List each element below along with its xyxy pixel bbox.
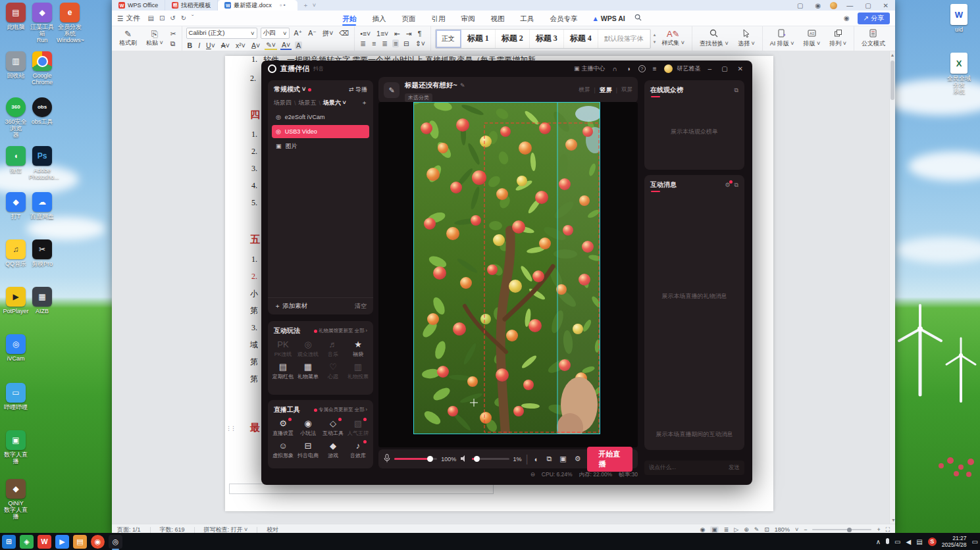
font-size-select[interactable]: 小四˅ xyxy=(261,28,290,39)
gallery-up-icon[interactable]: ▴ xyxy=(654,32,656,38)
underline-button[interactable]: U˅ xyxy=(205,41,217,49)
feature-item[interactable]: ♬音乐 xyxy=(321,339,346,358)
stream-minimize-button[interactable]: – xyxy=(706,65,715,72)
taskbar-blue-app[interactable]: ▶ xyxy=(55,535,69,549)
desktop-icon[interactable]: ◆江某工具箱 Run xyxy=(29,3,55,43)
ribbon-tab[interactable]: 引用 xyxy=(423,11,453,26)
taskbar-record-app[interactable]: ◉ xyxy=(91,535,105,549)
feature-item[interactable]: ♪音效库 xyxy=(346,441,371,459)
director-button[interactable]: ⇄ 导播 xyxy=(349,86,367,94)
add-scene-button[interactable]: ＋ xyxy=(361,99,367,107)
taskbar-folder-app[interactable]: ▤ xyxy=(73,535,87,549)
ribbon-tab[interactable]: 开始 xyxy=(334,11,364,26)
zoom-out-button[interactable]: − xyxy=(804,526,807,533)
save-icon[interactable]: ▤ xyxy=(145,14,156,22)
edit-mode-icon[interactable]: ✎ xyxy=(754,526,760,533)
decrease-font-button[interactable]: A⁻ xyxy=(307,29,318,37)
style-pill[interactable]: 正文 xyxy=(436,30,461,48)
section-notice[interactable]: 礼物展馆更新至全部 › xyxy=(314,328,367,334)
desktop-icon[interactable]: ✂剪映Pro xyxy=(29,239,55,267)
desktop-icon[interactable]: ▤此电脑 xyxy=(3,3,29,30)
popout-icon[interactable]: ⧉ xyxy=(735,87,738,94)
user-avatar[interactable] xyxy=(664,64,673,73)
feature-item[interactable]: ▥礼物投票 xyxy=(346,362,371,380)
page-view-icon[interactable]: ▣ xyxy=(710,526,719,533)
desktop-icon[interactable]: ☁百度网盘 xyxy=(29,192,55,220)
speaker-volume-slider[interactable] xyxy=(472,458,509,460)
style-pill[interactable]: 标题 1 xyxy=(461,30,496,48)
send-button[interactable]: 发送 xyxy=(729,464,740,472)
style-set-button[interactable]: A✎样式集 ˅ xyxy=(658,30,688,47)
taskbar-live-companion[interactable]: ◎ xyxy=(109,535,122,549)
feature-item[interactable]: ◇互动工具 xyxy=(321,418,346,437)
popout-icon[interactable]: ⧉ xyxy=(735,182,738,189)
anchor-center-button[interactable]: ▣主播中心 xyxy=(574,64,606,73)
zoom-level[interactable]: 180% xyxy=(775,526,790,533)
ribbon-tab[interactable]: 页面 xyxy=(394,11,423,26)
increase-indent-button[interactable]: ⇥ xyxy=(405,30,413,38)
copy-button[interactable]: ⧉ xyxy=(169,39,178,47)
desktop-icon[interactable]: e全员分发系统 Windows~ xyxy=(57,3,83,43)
cut-button[interactable]: ✂ xyxy=(169,30,178,38)
strikethrough-button[interactable]: A˅ xyxy=(220,41,231,49)
feature-item[interactable]: ◎观众连线 xyxy=(296,339,321,358)
stream-maximize-button[interactable]: ▢ xyxy=(719,65,730,72)
zoom-in-button[interactable]: + xyxy=(877,526,880,533)
clock[interactable]: 21:27 2025/4/28 xyxy=(942,535,967,548)
eye-icon[interactable]: ◉ xyxy=(841,14,852,22)
taskbar-green-app[interactable]: ◈ xyxy=(20,535,34,549)
scroll-down-icon[interactable]: ▼ xyxy=(891,518,895,522)
desktop-icon[interactable]: ◆QiNiY 数字人直播 xyxy=(3,479,29,520)
find-replace-button[interactable]: 查找替换 ˅ xyxy=(696,29,732,48)
align-right-button[interactable]: ≣ xyxy=(380,39,389,47)
menu-icon[interactable]: ≡ xyxy=(650,65,659,72)
tray-app-icon[interactable]: S xyxy=(928,538,937,546)
mic-icon[interactable] xyxy=(384,453,390,465)
arrange-button[interactable]: 排列 ˅ xyxy=(826,29,850,48)
desktop-icon[interactable]: ▭哔哩哔哩 xyxy=(3,383,29,411)
desktop-icon[interactable]: X全民全域分发 系统 xyxy=(946,53,972,95)
chat-input[interactable]: 说点什么... 发送 xyxy=(644,461,744,475)
vertical-scrollbar[interactable]: ▲▼ xyxy=(889,51,895,524)
desktop-icon[interactable]: ◎iVCam xyxy=(3,334,29,362)
source-item[interactable]: ▣图片 xyxy=(272,139,369,153)
decrease-indent-button[interactable]: ⇤ xyxy=(393,30,401,38)
minimize-button[interactable]: — xyxy=(844,2,856,9)
tray-ime-icon[interactable]: ▤ xyxy=(916,538,922,545)
fullscreen-icon[interactable]: ⛶ xyxy=(886,526,890,534)
wps-tab[interactable]: W最新搭建.docx▫ • xyxy=(218,0,297,11)
more-icon[interactable]: ˇ xyxy=(189,14,196,22)
paste-button[interactable]: ⎘粘贴 ˅ xyxy=(143,30,167,47)
align-left-button[interactable]: ≣ xyxy=(359,39,367,47)
ai-layout-button[interactable]: AI 排版 ˅ xyxy=(767,29,798,48)
desktop-icon[interactable]: ◖微信 xyxy=(3,146,29,174)
speaker-icon[interactable] xyxy=(460,453,468,465)
fit-page-icon[interactable]: ⊡ xyxy=(764,526,769,533)
style-pill[interactable]: 标题 4 xyxy=(564,30,598,48)
web-view-icon[interactable]: ⊕ xyxy=(744,526,749,533)
wps-tab[interactable]: 稻找稻壳模板 xyxy=(165,0,218,11)
wps-tab[interactable]: WWPS Office xyxy=(112,0,165,11)
tray-caret-icon[interactable]: ∧ xyxy=(876,538,881,545)
feature-item[interactable]: ⚙直播设置 xyxy=(271,418,296,437)
desktop-icon[interactable]: ▣数字人直播 xyxy=(3,430,29,464)
zoom-dropdown-icon[interactable]: ˅ xyxy=(795,526,798,533)
avatar[interactable] xyxy=(830,2,837,9)
beauty-icon[interactable]: ◐ xyxy=(532,455,541,463)
desktop-icon[interactable]: Google Chrome xyxy=(29,51,55,86)
scene-tab[interactable]: 场景四 xyxy=(274,99,292,107)
outline-view-icon[interactable]: ≣ xyxy=(724,526,729,533)
bold-button[interactable]: B xyxy=(186,41,194,49)
audience-panel-title[interactable]: 在线观众榜 xyxy=(650,86,683,95)
screen-mode-dual[interactable]: 双屏 xyxy=(621,86,632,94)
feature-item[interactable]: ♡心愿 xyxy=(321,362,346,380)
close-button[interactable]: ✕ xyxy=(881,2,891,9)
desktop-icon[interactable]: obsobs工具 xyxy=(29,97,55,125)
distribute-button[interactable]: ⊟ xyxy=(402,39,411,47)
layout-icon[interactable]: ▢ xyxy=(794,2,806,9)
phonetic-guide-button[interactable]: 拼˅ xyxy=(321,29,335,37)
increase-font-button[interactable]: A⁺ xyxy=(293,29,304,37)
numbered-list-button[interactable]: 1≡˅ xyxy=(375,30,390,38)
feature-item[interactable]: ☺虚拟形象 xyxy=(271,441,296,459)
search-icon[interactable] xyxy=(632,14,644,22)
